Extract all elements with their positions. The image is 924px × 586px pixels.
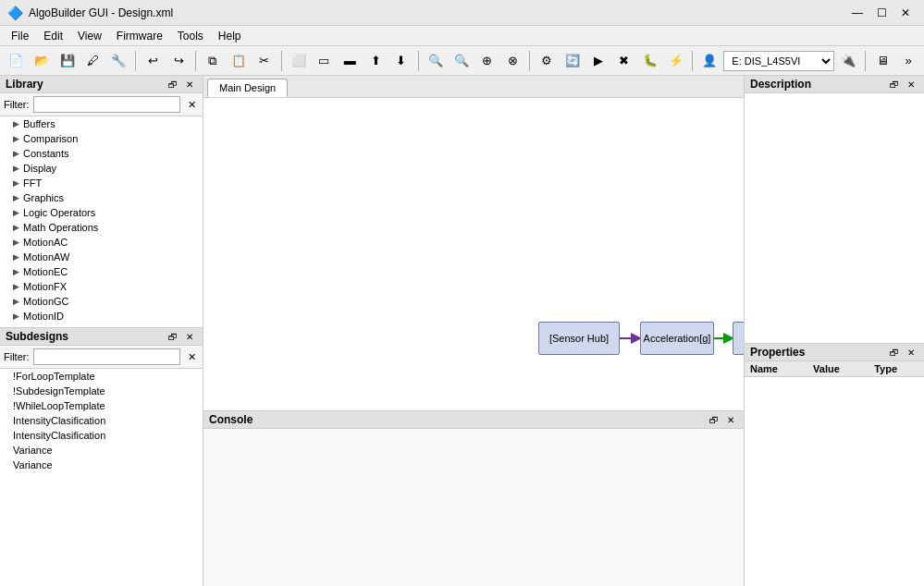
- library-item[interactable]: ▶Constants: [0, 146, 203, 161]
- device-combo[interactable]: E: DIS_L4S5VI: [723, 51, 834, 71]
- minimize-button[interactable]: —: [846, 5, 869, 21]
- save-button[interactable]: 💾: [55, 49, 80, 73]
- library-close-button[interactable]: ✕: [182, 78, 197, 91]
- flash-button[interactable]: ⚡: [664, 49, 688, 73]
- library-item[interactable]: ▶MotionEC: [0, 264, 203, 279]
- close-button[interactable]: ✕: [894, 5, 917, 21]
- subdesigns-filter-clear[interactable]: ✕: [184, 349, 199, 364]
- zoom-in-button[interactable]: 🔍: [424, 49, 448, 73]
- menubar-item-firmware[interactable]: Firmware: [109, 28, 170, 44]
- library-item[interactable]: ▶MotionAC: [0, 235, 203, 250]
- subdesigns-header-btns: 🗗 ✕: [166, 330, 197, 343]
- menubar-item-file[interactable]: File: [4, 28, 36, 44]
- redo-button[interactable]: ↪: [166, 49, 191, 73]
- library-item[interactable]: ▶MotionGC: [0, 294, 203, 309]
- console-header-btns: 🗗 ✕: [707, 413, 738, 426]
- properties-close-button[interactable]: ✕: [904, 346, 918, 359]
- flow-node-acceleration[interactable]: Acceleration[g]: [640, 322, 714, 355]
- run-button[interactable]: ▶: [586, 49, 610, 73]
- debug-button[interactable]: 🐛: [638, 49, 662, 73]
- description-float-button[interactable]: 🗗: [887, 78, 902, 91]
- properties-float-button[interactable]: 🗗: [887, 346, 902, 359]
- copy-button[interactable]: ⧉: [201, 49, 225, 73]
- library-item[interactable]: ▶Comparison: [0, 131, 203, 146]
- main-design-tab[interactable]: Main Design: [207, 79, 288, 97]
- align-bottom-button[interactable]: ⬇: [389, 49, 413, 73]
- library-title: Library: [6, 78, 43, 91]
- library-filter-input[interactable]: [33, 96, 180, 113]
- saveas-button[interactable]: 🖊: [81, 49, 105, 73]
- console-title: Console: [209, 413, 253, 426]
- description-header: Description 🗗 ✕: [745, 76, 924, 93]
- align-top-button[interactable]: ⬆: [363, 49, 388, 73]
- console-close-button[interactable]: ✕: [723, 413, 738, 426]
- overflow-button[interactable]: »: [896, 49, 920, 73]
- subdesign-item[interactable]: IntensityClasification: [0, 428, 203, 443]
- toolbar-sep-6: [692, 51, 693, 71]
- description-close-button[interactable]: ✕: [904, 78, 918, 91]
- subdesign-item-label: IntensityClasification: [13, 430, 105, 441]
- library-filter-row: Filter: ✕: [0, 93, 203, 116]
- config-button[interactable]: ⚙: [535, 49, 559, 73]
- properties-header-btns: 🗗 ✕: [887, 346, 918, 359]
- zoom-fit-button[interactable]: ⊕: [475, 49, 499, 73]
- flow-node-sensor_hub[interactable]: [Sensor Hub]: [538, 322, 620, 355]
- flow-node-graph[interactable]: Graph: [733, 322, 744, 355]
- library-item[interactable]: ▶Display: [0, 161, 203, 176]
- new-button[interactable]: 📄: [4, 49, 28, 73]
- library-item[interactable]: ▶MotionAW: [0, 250, 203, 264]
- titlebar: 🔷 AlgoBuilder GUI - Design.xml — ☐ ✕: [0, 0, 924, 26]
- subdesign-item-label: !ForLoopTemplate: [13, 371, 95, 382]
- paste-button[interactable]: 📋: [227, 49, 251, 73]
- library-item-label: MotionEC: [23, 266, 68, 277]
- align-center-button[interactable]: ▭: [312, 49, 336, 73]
- library-item[interactable]: ▶Graphics: [0, 190, 203, 205]
- menubar-item-help[interactable]: Help: [211, 28, 249, 44]
- library-float-button[interactable]: 🗗: [166, 78, 180, 91]
- subdesign-item[interactable]: IntensityClasification: [0, 413, 203, 428]
- settings-button[interactable]: 🔧: [106, 49, 130, 73]
- menubar-item-view[interactable]: View: [70, 28, 109, 44]
- library-item[interactable]: ▶FFT: [0, 176, 203, 190]
- connect-button[interactable]: 🔌: [836, 49, 860, 73]
- zoom-out-button[interactable]: 🔍: [450, 49, 474, 73]
- library-filter-clear[interactable]: ✕: [184, 97, 199, 112]
- zoom-reset-button[interactable]: ⊗: [500, 49, 524, 73]
- main-layout: Library 🗗 ✕ Filter: ✕ ▶Buffers▶Compariso…: [0, 76, 924, 586]
- align-right-button[interactable]: ▬: [338, 49, 362, 73]
- console-float-button[interactable]: 🗗: [707, 413, 721, 426]
- library-item[interactable]: ▶Buffers: [0, 116, 203, 131]
- subdesign-item[interactable]: !SubdesignTemplate: [0, 384, 203, 398]
- menubar-item-tools[interactable]: Tools: [170, 28, 211, 44]
- library-item[interactable]: ▶MotionID: [0, 309, 203, 324]
- subdesign-item[interactable]: Variance: [0, 458, 203, 472]
- menubar-item-edit[interactable]: Edit: [36, 28, 70, 44]
- node-label-line: Acceleration: [644, 333, 700, 344]
- properties-header: Properties 🗗 ✕: [745, 344, 924, 361]
- extra-button[interactable]: 🖥: [870, 49, 894, 73]
- open-button[interactable]: 📂: [30, 49, 54, 73]
- maximize-button[interactable]: ☐: [870, 5, 893, 21]
- undo-button[interactable]: ↩: [141, 49, 165, 73]
- subdesigns-filter-input[interactable]: [33, 348, 180, 365]
- subdesign-item[interactable]: !ForLoopTemplate: [0, 369, 203, 384]
- console-header: Console 🗗 ✕: [203, 411, 744, 429]
- cut-button[interactable]: ✂: [253, 49, 277, 73]
- build-button[interactable]: 🔄: [561, 49, 585, 73]
- subdesigns-close-button[interactable]: ✕: [182, 330, 197, 343]
- library-item[interactable]: ▶Logic Operators: [0, 205, 203, 220]
- library-item[interactable]: ▶MotionFX: [0, 279, 203, 294]
- subdesigns-float-button[interactable]: 🗗: [166, 330, 180, 343]
- tree-arrow: ▶: [13, 149, 19, 158]
- tree-arrow: ▶: [13, 252, 19, 262]
- align-left-button[interactable]: ⬜: [287, 49, 311, 73]
- canvas-area[interactable]: [Sensor Hub]Acceleration[g]Graph: [203, 98, 744, 410]
- subdesigns-header: Subdesigns 🗗 ✕: [0, 328, 203, 346]
- library-item[interactable]: ▶Math Operations: [0, 220, 203, 235]
- subdesign-item[interactable]: Variance: [0, 443, 203, 458]
- subdesign-item[interactable]: !WhileLoopTemplate: [0, 398, 203, 413]
- tree-arrow: ▶: [13, 238, 19, 247]
- library-item-label: MotionID: [23, 311, 64, 322]
- stop-button[interactable]: ✖: [612, 49, 636, 73]
- tree-arrow: ▶: [13, 178, 19, 188]
